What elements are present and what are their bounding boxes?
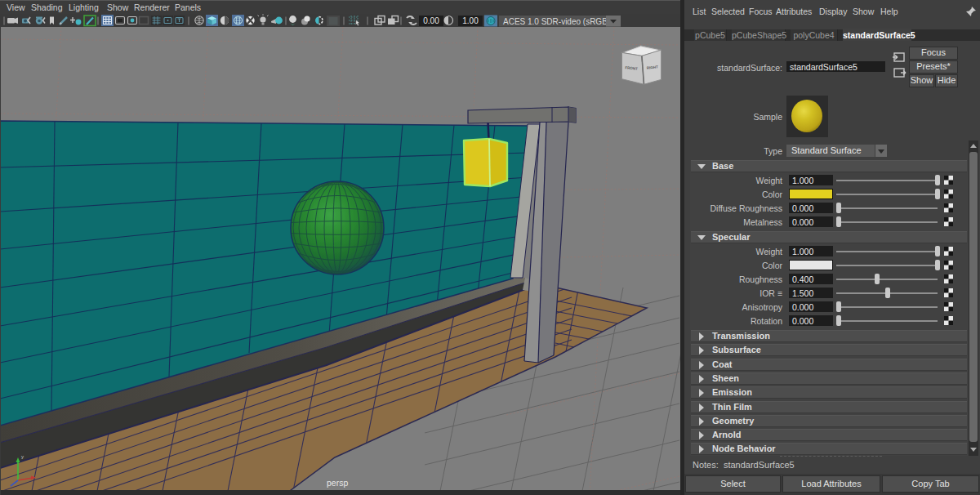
svg-text:persp: persp bbox=[327, 478, 348, 488]
svg-text:y: y bbox=[21, 454, 24, 459]
svg-text:0.00: 0.00 bbox=[423, 16, 439, 25]
svg-text:ACES 1.0 SDR-video (sRGB): ACES 1.0 SDR-video (sRGB) bbox=[503, 17, 610, 26]
svg-text:1.00: 1.00 bbox=[462, 16, 479, 25]
